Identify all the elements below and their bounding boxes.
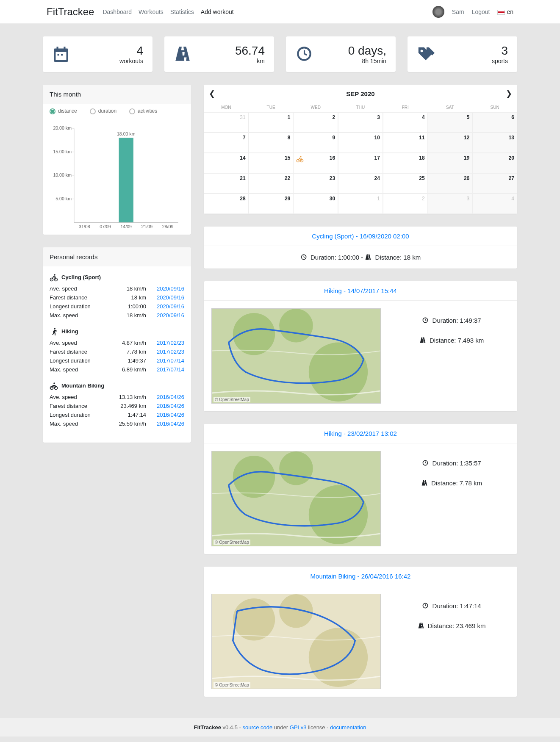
cal-cell[interactable]: 6 (472, 112, 517, 133)
lang-selector[interactable]: en (497, 8, 513, 15)
cal-cell[interactable]: 26 (428, 173, 473, 194)
radio-distance[interactable]: distance (50, 108, 77, 114)
record-date-link[interactable]: 2016/04/26 (157, 394, 184, 400)
record-date-link[interactable]: 2016/04/26 (157, 421, 184, 427)
cal-cell[interactable]: 24 (338, 173, 383, 194)
workout-body: © OpenStreetMap Duration: 1:47:14 Distan… (204, 586, 517, 697)
tags-icon (417, 45, 435, 64)
nav-logout[interactable]: Logout (472, 8, 490, 15)
cal-cell[interactable]: 3 (338, 112, 383, 133)
cal-cell[interactable]: 30 (293, 194, 338, 214)
stat-workouts-label: workouts (119, 58, 143, 64)
cal-cell[interactable]: 14 (204, 153, 249, 173)
workout-title[interactable]: Hiking - 14/07/2017 15:44 (204, 281, 517, 301)
sport-block: HikingAve. speed4.87 km/h2017/02/23Fares… (50, 327, 184, 374)
cal-cell[interactable]: 27 (472, 173, 517, 194)
workout-title[interactable]: Mountain Biking - 26/04/2016 16:42 (204, 567, 517, 586)
cal-cell[interactable]: 2 (293, 112, 338, 133)
nav-add-workout[interactable]: Add workout (201, 8, 234, 15)
cal-cell[interactable]: 10 (338, 133, 383, 153)
cal-next[interactable]: ❯ (506, 89, 512, 98)
nav-statistics[interactable]: Statistics (170, 8, 194, 15)
cal-cell[interactable]: 2 (383, 194, 428, 214)
record-date-link[interactable]: 2020/09/16 (157, 312, 184, 318)
cal-cell[interactable]: 19 (428, 153, 473, 173)
record-date-link[interactable]: 2017/02/23 (157, 349, 184, 355)
cal-cell[interactable]: 17 (338, 153, 383, 173)
cal-cell[interactable]: 11 (383, 133, 428, 153)
cal-dow: SUN (472, 102, 517, 112)
record-date-link[interactable]: 2020/09/16 (157, 303, 184, 310)
workout-map[interactable]: © OpenStreetMap (211, 451, 381, 546)
record-date-link[interactable]: 2016/04/26 (157, 403, 184, 409)
nav-workouts[interactable]: Workouts (139, 8, 164, 15)
radio-activities[interactable]: activities (129, 108, 157, 114)
cal-cell[interactable]: 1 (249, 112, 294, 133)
cal-cell[interactable]: 4 (383, 112, 428, 133)
record-date-link[interactable]: 2020/09/16 (157, 285, 184, 292)
stat-sports-value: 3 (492, 44, 508, 58)
workout-title[interactable]: Cycling (Sport) - 16/09/2020 02:00 (204, 227, 517, 246)
cal-cell[interactable]: 21 (204, 173, 249, 194)
cal-cell[interactable]: 5 (428, 112, 473, 133)
cal-dow: MON (204, 102, 249, 112)
record-date-link[interactable]: 2017/07/14 (157, 357, 184, 364)
svg-text:5.00 km: 5.00 km (55, 196, 72, 201)
svg-text:10.00 km: 10.00 km (53, 172, 72, 177)
cal-cell[interactable]: 1 (338, 194, 383, 214)
nav-dashboard[interactable]: Dashboard (103, 8, 132, 15)
record-date-link[interactable]: 2016/04/26 (157, 412, 184, 418)
cal-dow: SAT (428, 102, 473, 112)
stat-distance-label: km (235, 58, 265, 64)
cal-cell[interactable]: 22 (249, 173, 294, 194)
map-attribution: © OpenStreetMap (213, 682, 250, 688)
cal-cell[interactable]: 31 (204, 112, 249, 133)
cal-dow: TUE (249, 102, 294, 112)
cal-prev[interactable]: ❮ (209, 89, 215, 98)
avatar[interactable] (432, 6, 444, 18)
records-title: Personal records (43, 247, 191, 266)
footer-gpl[interactable]: GPLv3 (290, 724, 307, 731)
stat-sports-label: sports (492, 58, 508, 64)
cal-cell[interactable]: 23 (293, 173, 338, 194)
record-value: 7.78 km (108, 349, 150, 355)
workout-body: © OpenStreetMap Duration: 1:35:57 Distan… (204, 443, 517, 554)
cal-cell[interactable]: 28 (204, 194, 249, 214)
cal-cell[interactable]: 3 (428, 194, 473, 214)
clock-icon (422, 602, 429, 609)
workout-map[interactable]: © OpenStreetMap (211, 308, 381, 404)
cal-cell[interactable]: 4 (472, 194, 517, 214)
road-icon (418, 622, 424, 629)
month-panel: This month distance duration activities … (43, 85, 191, 235)
record-date-link[interactable]: 2020/09/16 (157, 294, 184, 301)
footer-source[interactable]: source code (242, 724, 272, 731)
cal-cell[interactable]: 13 (472, 133, 517, 153)
workout-title[interactable]: Hiking - 23/02/2017 13:02 (204, 424, 517, 443)
mtb-icon (50, 382, 58, 390)
record-label: Longest duration (50, 412, 108, 418)
record-date-link[interactable]: 2017/02/23 (157, 340, 184, 346)
cal-cell[interactable]: 7 (204, 133, 249, 153)
workout-duration: Duration: 1:35:57 (394, 460, 510, 467)
cal-cell[interactable]: 16 (293, 153, 338, 173)
cal-cell[interactable]: 8 (249, 133, 294, 153)
cal-cell[interactable]: 18 (383, 153, 428, 173)
nav-user[interactable]: Sam (452, 8, 464, 15)
record-date-link[interactable]: 2017/07/14 (157, 366, 184, 373)
record-value: 1:47:14 (108, 412, 150, 418)
cal-cell[interactable]: 15 (249, 153, 294, 173)
footer-docs[interactable]: documentation (330, 724, 366, 731)
cal-cell[interactable]: 20 (472, 153, 517, 173)
record-row: Ave. speed13.13 km/h2016/04/26 (50, 393, 184, 401)
cal-cell[interactable]: 9 (293, 133, 338, 153)
cal-cell[interactable]: 29 (249, 194, 294, 214)
workout-map[interactable]: © OpenStreetMap (211, 594, 381, 689)
radio-duration[interactable]: duration (90, 108, 116, 114)
record-row: Ave. speed18 km/h2020/09/16 (50, 284, 184, 293)
brand[interactable]: FitTrackee (47, 6, 94, 18)
record-row: Longest duration1:00:002020/09/16 (50, 302, 184, 311)
record-label: Longest duration (50, 357, 108, 364)
cal-event-icon[interactable] (296, 155, 304, 164)
cal-cell[interactable]: 12 (428, 133, 473, 153)
cal-cell[interactable]: 25 (383, 173, 428, 194)
